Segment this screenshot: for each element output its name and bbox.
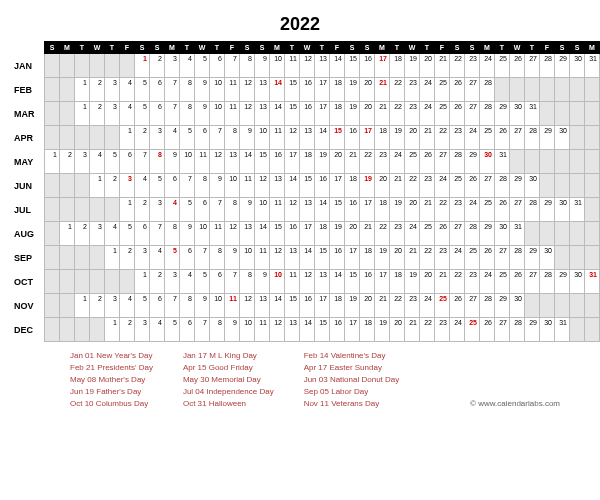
dow-header: W	[90, 42, 105, 54]
day-cell: 1	[60, 222, 75, 246]
day-cell: 24	[480, 54, 495, 78]
day-cell: 11	[285, 270, 300, 294]
day-cell: 5	[180, 126, 195, 150]
day-cell: 11	[210, 222, 225, 246]
day-cell: 15	[330, 198, 345, 222]
day-cell: 25	[435, 102, 450, 126]
holiday-entry: Oct 31 Halloween	[183, 398, 274, 410]
day-cell: 2	[75, 222, 90, 246]
day-cell: 15	[285, 102, 300, 126]
empty-cell	[60, 102, 75, 126]
day-cell: 28	[540, 270, 555, 294]
empty-cell	[555, 222, 570, 246]
holiday-entry: Jun 03 National Donut Day	[304, 374, 400, 386]
day-cell: 6	[135, 222, 150, 246]
holiday-entry: Feb 14 Valentine's Day	[304, 350, 400, 362]
day-cell: 1	[75, 78, 90, 102]
day-cell: 16	[360, 54, 375, 78]
day-cell: 28	[480, 78, 495, 102]
day-cell: 20	[405, 126, 420, 150]
day-cell: 8	[240, 54, 255, 78]
day-cell: 6	[180, 318, 195, 342]
holiday-entry: Feb 21 Presidents' Day	[70, 362, 153, 374]
holiday-entry: May 30 Memorial Day	[183, 374, 274, 386]
day-cell: 28	[540, 54, 555, 78]
month-row: OCT1234567891011121314151617181920212223…	[10, 270, 600, 294]
empty-cell	[90, 126, 105, 150]
empty-cell	[540, 294, 555, 318]
day-cell: 9	[195, 294, 210, 318]
day-cell: 12	[210, 150, 225, 174]
empty-cell	[555, 294, 570, 318]
day-cell: 17	[360, 126, 375, 150]
day-cell: 8	[180, 78, 195, 102]
day-cell: 1	[90, 174, 105, 198]
holiday-entry: May 08 Mother's Day	[70, 374, 153, 386]
day-cell: 12	[285, 126, 300, 150]
empty-cell	[540, 78, 555, 102]
day-cell: 16	[285, 222, 300, 246]
month-name: SEP	[10, 246, 45, 270]
empty-cell	[585, 174, 600, 198]
dow-header: F	[225, 42, 240, 54]
day-cell: 27	[510, 198, 525, 222]
day-cell: 20	[390, 246, 405, 270]
empty-cell	[75, 270, 90, 294]
day-cell: 6	[150, 294, 165, 318]
dow-header: T	[180, 42, 195, 54]
dow-header: S	[570, 42, 585, 54]
dow-header: M	[375, 42, 390, 54]
day-cell: 15	[270, 222, 285, 246]
day-cell: 23	[375, 150, 390, 174]
day-cell: 8	[240, 270, 255, 294]
day-cell: 11	[195, 150, 210, 174]
day-cell: 29	[465, 150, 480, 174]
day-cell: 29	[540, 198, 555, 222]
day-cell: 14	[270, 102, 285, 126]
holiday-entry: Apr 15 Good Friday	[183, 362, 274, 374]
day-cell: 1	[75, 102, 90, 126]
day-cell: 12	[285, 198, 300, 222]
day-cell: 20	[360, 102, 375, 126]
day-cell: 19	[345, 294, 360, 318]
calendar-body: JAN1234567891011121314151617181920212223…	[10, 54, 600, 342]
empty-cell	[90, 54, 105, 78]
empty-cell	[525, 150, 540, 174]
day-cell: 31	[555, 318, 570, 342]
empty-cell	[585, 246, 600, 270]
day-cell: 9	[255, 54, 270, 78]
day-cell: 22	[390, 294, 405, 318]
day-cell: 1	[120, 126, 135, 150]
day-cell: 26	[420, 150, 435, 174]
empty-cell	[45, 246, 60, 270]
day-cell: 5	[195, 54, 210, 78]
empty-cell	[45, 174, 60, 198]
dow-header: F	[540, 42, 555, 54]
empty-cell	[525, 294, 540, 318]
day-cell: 5	[165, 318, 180, 342]
day-cell: 9	[180, 222, 195, 246]
day-cell: 10	[210, 102, 225, 126]
day-cell: 29	[495, 294, 510, 318]
day-cell: 20	[360, 294, 375, 318]
day-cell: 5	[195, 270, 210, 294]
day-cell: 18	[360, 318, 375, 342]
day-cell: 26	[450, 294, 465, 318]
day-cell: 4	[105, 222, 120, 246]
day-cell: 14	[285, 174, 300, 198]
day-cell: 4	[180, 54, 195, 78]
empty-cell	[555, 150, 570, 174]
empty-cell	[60, 318, 75, 342]
day-cell: 5	[135, 294, 150, 318]
day-cell: 21	[390, 174, 405, 198]
day-cell: 16	[300, 102, 315, 126]
day-cell: 31	[570, 198, 585, 222]
day-cell: 26	[495, 126, 510, 150]
day-cell: 30	[495, 222, 510, 246]
day-cell: 10	[270, 54, 285, 78]
day-cell: 14	[330, 270, 345, 294]
empty-cell	[45, 126, 60, 150]
day-cell: 27	[510, 126, 525, 150]
day-cell: 8	[210, 246, 225, 270]
day-cell: 2	[60, 150, 75, 174]
